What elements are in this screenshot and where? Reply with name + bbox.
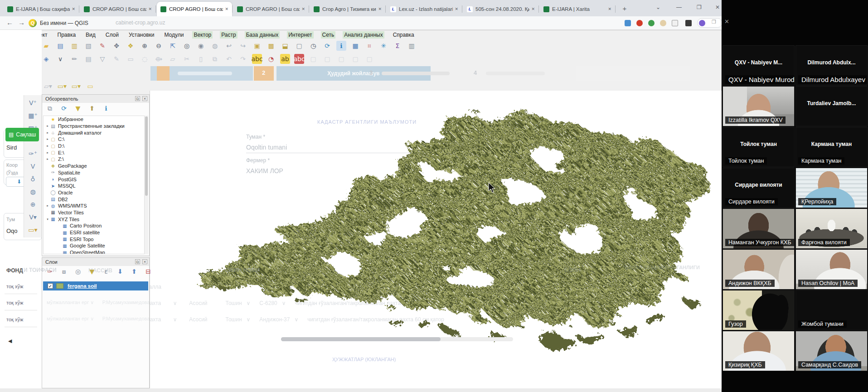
style-manager-icon[interactable]: ✎ (97, 41, 107, 51)
browser-tab[interactable]: LLex.uz - Izlash natijalari✕ (387, 2, 462, 16)
tree-expand-icon[interactable]: ▾ (45, 218, 50, 221)
zoom-in-icon[interactable]: ⊕ (140, 41, 150, 51)
layers-close-icon[interactable]: ✕ (142, 259, 147, 264)
menu-item-7[interactable]: Вектор (192, 31, 213, 39)
redo-icon[interactable]: ↷ (238, 54, 248, 64)
new-tab-button[interactable]: + (619, 4, 630, 15)
tree-item[interactable]: ▦ESRI Topo (44, 236, 144, 242)
zoom-native-icon[interactable]: ⇱ (168, 41, 178, 51)
statistics-icon[interactable]: Σ (393, 41, 402, 51)
tree-expand-icon[interactable]: ▸ (45, 124, 50, 128)
extension-dark-icon[interactable] (685, 20, 692, 26)
split-features-icon[interactable]: ✂ (182, 54, 192, 64)
tree-item[interactable]: ▸◍WMS/WMTS (44, 203, 144, 209)
menu-item-11[interactable]: Сеть (321, 31, 336, 39)
zoom-to-layer-icon[interactable]: ◍ (210, 41, 220, 51)
zoom-next-icon[interactable]: ↪ (238, 41, 248, 51)
layer-row-fergana-soil[interactable]: ✓ fergana soil (43, 281, 148, 290)
tree-expand-icon[interactable]: ▸ (45, 137, 50, 141)
forward-button[interactable]: → (18, 19, 25, 26)
menu-item-5[interactable]: Установки (127, 31, 155, 39)
layer-diagram-icon[interactable]: ◔ (266, 54, 276, 64)
extension-opera-icon[interactable] (636, 20, 643, 26)
participant-tile[interactable]: Hasan Ochilov | MoA (795, 249, 868, 290)
menu-item-13[interactable]: Справка (392, 31, 416, 39)
tree-item[interactable]: ▾▦XYZ Tiles (44, 216, 144, 223)
tab-close-icon[interactable]: ✕ (301, 7, 305, 11)
menu-item-9[interactable]: База данных (245, 31, 280, 39)
tree-expand-icon[interactable]: ▸ (45, 157, 50, 161)
tab-close-icon[interactable]: ✕ (225, 7, 228, 11)
layer-group-tool-icon[interactable]: ▭▾ (28, 225, 38, 235)
style-dropdown-icon[interactable]: ▱▾ (43, 81, 53, 91)
placeholder-4-icon[interactable]: ▢ (350, 54, 360, 64)
edit-disabled-icon[interactable]: ✎ (112, 54, 121, 64)
add-group-icon[interactable]: ⬓ (280, 41, 290, 51)
tree-item[interactable]: ◗PostGIS (44, 176, 144, 183)
tree-item[interactable]: ◯Oracle (44, 189, 144, 196)
participant-tile[interactable]: Гузор (723, 290, 795, 330)
tree-expand-icon[interactable]: ▸ (45, 144, 50, 148)
layer-labeling-icon[interactable]: abc (252, 54, 262, 64)
copy-features-icon[interactable]: ▯ (196, 54, 206, 64)
share-window-maximize-icon[interactable]: ❐ (712, 19, 716, 25)
participant-tile[interactable]: Андижон ВКҚХБ (723, 249, 795, 290)
processing-toolbox-icon[interactable]: ✳ (378, 41, 388, 51)
move-feature-icon[interactable]: ⟴ (154, 54, 164, 64)
remove-layer-icon[interactable]: ⊟ (143, 266, 153, 276)
undo-icon[interactable]: ↶ (224, 54, 234, 64)
participant-tile[interactable]: Жомбой тумани (795, 290, 868, 330)
multi-edit-icon[interactable]: ▤ (83, 54, 93, 64)
layer-dropdown-1-icon[interactable]: ▭▾ (57, 81, 67, 91)
participant-tile[interactable]: Izzatilla Ikramov QXV (723, 86, 795, 126)
add-spatialite-layer-icon[interactable]: ✑⁺ (28, 149, 38, 159)
placeholder-2-icon[interactable]: ▢ (322, 54, 332, 64)
menu-item-3[interactable]: Вид (84, 31, 97, 39)
tree-expand-icon[interactable]: ▸ (45, 204, 50, 208)
layers-float-icon[interactable]: ⧉ (135, 259, 140, 264)
add-rectangle-icon[interactable]: ▭ (126, 54, 136, 64)
browser-tab[interactable]: L505-сон 24.08.2020. Қиш✕ (463, 2, 538, 16)
zoom-last-icon[interactable]: ↩ (224, 41, 234, 51)
add-virtual-layer-icon[interactable]: V▾ (28, 212, 38, 222)
participant-tile[interactable]: Наманган Учкургон КХБ (723, 208, 795, 249)
layer-checkbox[interactable]: ✓ (48, 283, 53, 289)
tree-item[interactable]: ▦Vector Tiles (44, 209, 144, 216)
tree-expand-icon[interactable]: ▸ (45, 151, 50, 155)
tab-close-icon[interactable]: ✕ (531, 7, 535, 11)
manage-visibility-icon[interactable]: ◎ (73, 266, 83, 276)
pan-tool-icon[interactable]: ✥ (112, 41, 121, 51)
save-button[interactable]: ▤ Сақлаш (5, 128, 39, 141)
participant-tile[interactable]: Сирдаре вилоятиСирдаре вилояти (723, 168, 795, 208)
window-maximize-button[interactable]: ❐ (697, 4, 702, 10)
browser-tab[interactable]: Crop Agro | Тизимга кир✕ (310, 2, 385, 16)
browser-tab[interactable]: CROP AGRO | Бош саҳиф✕ (80, 2, 155, 16)
menu-item-2[interactable]: Правка (56, 31, 78, 39)
menu-item-4[interactable]: Слой (104, 31, 120, 39)
tree-item[interactable]: ★Избранное (44, 116, 144, 123)
temporal-controller-icon[interactable]: ◷ (308, 41, 318, 51)
add-vector-layer-icon[interactable]: V⁺ (28, 98, 38, 108)
participant-tile[interactable]: Dilmurod Abdulx...Dilmurod Abdulxayev (795, 45, 868, 86)
add-wms-layer-icon[interactable]: ♁ (28, 174, 38, 184)
tree-scrollbar[interactable] (144, 116, 148, 254)
participant-tile[interactable]: QXV - Nabiyev M...QXV - Nabiyev Murodull… (723, 45, 795, 86)
save-project-icon[interactable]: ▤ (55, 41, 65, 51)
labels-off-icon[interactable]: abc (294, 54, 304, 64)
zoom-to-selection-icon[interactable]: ◉ (196, 41, 206, 51)
toggle-editing-icon[interactable]: ✏ (69, 54, 79, 64)
tree-item[interactable]: ▸▢C:\ (44, 136, 144, 143)
add-wfs-layer-icon[interactable]: ⊕ (28, 199, 38, 209)
tree-item[interactable]: ➤MSSQL (44, 183, 144, 189)
collapse-all-icon[interactable]: ⬆ (87, 103, 97, 113)
menu-item-10[interactable]: Интернет (287, 31, 313, 39)
print-layout-icon[interactable]: ▧ (83, 41, 93, 51)
expand-all-icon[interactable]: ⬇ (115, 266, 125, 276)
vertex-tool-icon[interactable]: ∨ (55, 54, 65, 64)
browser-profile-pill[interactable] (697, 18, 723, 28)
add-group-icon[interactable]: ⧇ (59, 266, 69, 276)
extension-clipboard-icon[interactable] (672, 20, 678, 26)
extension-beige-icon[interactable] (660, 20, 666, 26)
menu-item-8[interactable]: Растр (220, 31, 237, 39)
identify-features-icon[interactable]: ℹ (336, 41, 346, 51)
